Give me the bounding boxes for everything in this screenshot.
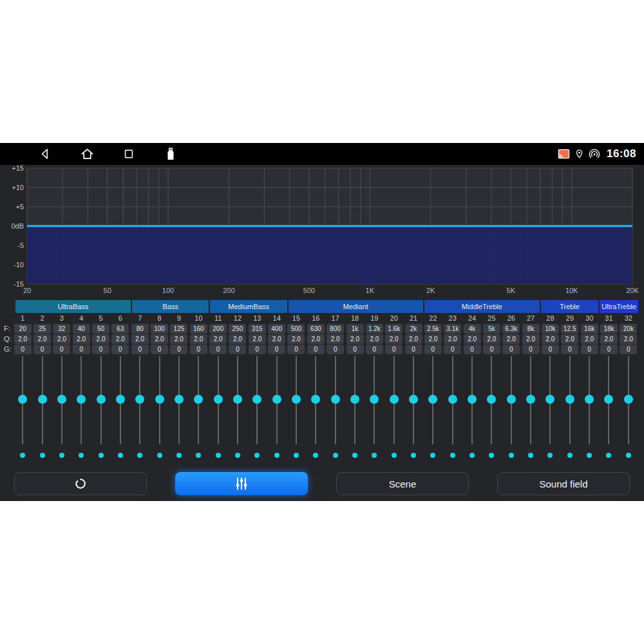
eq-slider-knob[interactable]	[624, 395, 633, 404]
band-g-value[interactable]: 0	[209, 345, 227, 354]
band-f-value[interactable]: 25	[33, 324, 51, 334]
eq-slider-knob[interactable]	[135, 395, 144, 404]
band-q-value[interactable]: 2.0	[170, 334, 187, 344]
band-f-value[interactable]: 100	[151, 324, 168, 334]
band-f-value[interactable]: 10k	[542, 324, 559, 334]
band-g-value[interactable]: 0	[522, 345, 540, 354]
eq-slider-knob[interactable]	[18, 395, 27, 404]
eq-slider-knob[interactable]	[331, 395, 340, 404]
band-q-value[interactable]: 2.0	[307, 334, 325, 344]
band-f-value[interactable]: 125	[170, 324, 187, 334]
eq-slider-knob[interactable]	[507, 395, 516, 404]
band-f-value[interactable]: 2k	[405, 324, 422, 334]
band-q-value[interactable]: 2.0	[346, 334, 364, 344]
band-f-value[interactable]: 32	[53, 324, 70, 334]
band-q-value[interactable]: 2.0	[366, 334, 383, 344]
band-q-value[interactable]: 2.0	[561, 334, 578, 344]
band-q-value[interactable]: 2.0	[600, 334, 618, 344]
band-q-value[interactable]: 2.0	[385, 334, 402, 344]
band-g-value[interactable]: 0	[444, 345, 461, 354]
band-q-value[interactable]: 2.0	[581, 334, 598, 344]
eq-slider-knob[interactable]	[311, 395, 320, 404]
band-g-value[interactable]: 0	[131, 345, 149, 354]
band-q-value[interactable]: 2.0	[620, 334, 637, 344]
eq-slider-knob[interactable]	[390, 395, 399, 404]
band-q-value[interactable]: 2.0	[327, 334, 344, 344]
band-q-value[interactable]: 2.0	[92, 334, 109, 344]
band-q-value[interactable]: 2.0	[229, 334, 246, 344]
band-f-value[interactable]: 16k	[581, 324, 598, 334]
eq-slider-knob[interactable]	[409, 395, 418, 404]
band-g-value[interactable]: 0	[170, 345, 187, 354]
eq-slider-knob[interactable]	[77, 395, 86, 404]
eq-slider-knob[interactable]	[370, 395, 379, 404]
band-f-value[interactable]: 40	[73, 324, 90, 334]
band-f-value[interactable]: 20	[14, 324, 32, 334]
band-g-value[interactable]: 0	[620, 345, 637, 354]
band-q-value[interactable]: 2.0	[151, 334, 168, 344]
eq-slider-knob[interactable]	[292, 395, 301, 404]
band-f-value[interactable]: 20k	[620, 324, 637, 334]
band-g-value[interactable]: 0	[581, 345, 598, 354]
band-q-value[interactable]: 2.0	[424, 334, 442, 344]
band-g-value[interactable]: 0	[542, 345, 559, 354]
back-icon[interactable]	[37, 146, 53, 162]
eq-slider-knob[interactable]	[585, 395, 594, 404]
band-q-value[interactable]: 2.0	[483, 334, 500, 344]
band-g-value[interactable]: 0	[111, 345, 129, 354]
eq-slider-knob[interactable]	[545, 395, 554, 404]
band-q-value[interactable]: 2.0	[522, 334, 540, 344]
eq-slider-knob[interactable]	[233, 395, 242, 404]
band-g-value[interactable]: 0	[424, 345, 442, 354]
band-q-value[interactable]: 2.0	[502, 334, 520, 344]
eq-slider-knob[interactable]	[97, 395, 106, 404]
band-g-value[interactable]: 0	[366, 345, 383, 354]
band-g-value[interactable]: 0	[346, 345, 364, 354]
band-f-value[interactable]: 1.2k	[366, 324, 383, 334]
band-q-value[interactable]: 2.0	[287, 334, 305, 344]
band-g-value[interactable]: 0	[268, 345, 285, 354]
band-q-value[interactable]: 2.0	[209, 334, 227, 344]
band-g-value[interactable]: 0	[307, 345, 325, 354]
eq-slider-knob[interactable]	[604, 395, 613, 404]
eq-slider-knob[interactable]	[57, 395, 66, 404]
band-g-value[interactable]: 0	[33, 345, 51, 354]
band-f-value[interactable]: 8k	[522, 324, 540, 334]
band-f-value[interactable]: 5k	[483, 324, 500, 334]
eq-slider-knob[interactable]	[565, 395, 574, 404]
eq-slider-knob[interactable]	[350, 395, 359, 404]
band-f-value[interactable]: 160	[190, 324, 207, 334]
band-g-value[interactable]: 0	[92, 345, 109, 354]
band-g-value[interactable]: 0	[53, 345, 70, 354]
band-g-value[interactable]: 0	[73, 345, 90, 354]
eq-slider-knob[interactable]	[116, 395, 125, 404]
band-q-value[interactable]: 2.0	[131, 334, 149, 344]
band-g-value[interactable]: 0	[249, 345, 266, 354]
band-f-value[interactable]: 250	[229, 324, 246, 334]
band-f-value[interactable]: 800	[327, 324, 344, 334]
band-f-value[interactable]: 2.5k	[424, 324, 442, 334]
band-q-value[interactable]: 2.0	[73, 334, 90, 344]
band-q-value[interactable]: 2.0	[268, 334, 285, 344]
eq-slider-knob[interactable]	[448, 395, 457, 404]
sound-field-button[interactable]: Sound field	[497, 472, 630, 495]
band-f-value[interactable]: 315	[249, 324, 266, 334]
scene-button[interactable]: Scene	[336, 472, 469, 495]
band-q-value[interactable]: 2.0	[14, 334, 32, 344]
band-f-value[interactable]: 4k	[464, 324, 481, 334]
band-q-value[interactable]: 2.0	[53, 334, 70, 344]
band-f-value[interactable]: 63	[111, 324, 129, 334]
recents-icon[interactable]	[121, 146, 137, 162]
band-q-value[interactable]: 2.0	[405, 334, 422, 344]
band-g-value[interactable]: 0	[287, 345, 305, 354]
eq-slider-knob[interactable]	[252, 395, 261, 404]
band-f-value[interactable]: 3.1k	[444, 324, 461, 334]
eq-slider-knob[interactable]	[175, 395, 184, 404]
eq-slider-knob[interactable]	[428, 395, 437, 404]
band-g-value[interactable]: 0	[385, 345, 402, 354]
eq-slider-knob[interactable]	[468, 395, 477, 404]
eq-slider-knob[interactable]	[194, 395, 203, 404]
band-g-value[interactable]: 0	[561, 345, 578, 354]
band-g-value[interactable]: 0	[502, 345, 520, 354]
band-f-value[interactable]: 400	[268, 324, 285, 334]
